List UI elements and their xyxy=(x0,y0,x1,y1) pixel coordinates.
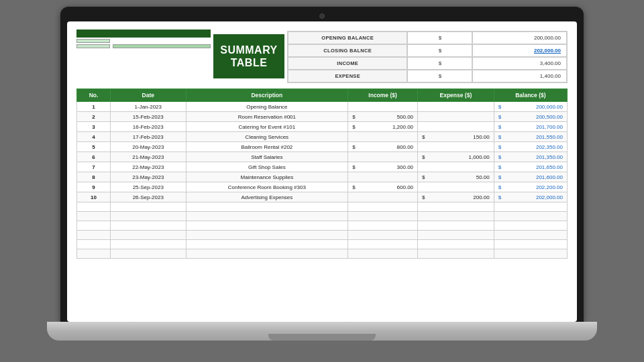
year-label xyxy=(76,44,110,48)
cell-income: $1,200.00 xyxy=(348,122,418,132)
stat-dollar-closing: $ xyxy=(407,44,472,57)
year-value xyxy=(113,44,211,48)
stat-value-expense: 1,400.00 xyxy=(472,70,567,82)
cell-balance: $200,000.00 xyxy=(494,102,567,112)
cell-balance: $202,200.00 xyxy=(494,182,567,192)
stat-value-income: 3,400.00 xyxy=(472,57,567,70)
cell-date: 25-Sep-2023 xyxy=(110,182,186,192)
laptop-wrapper: SUMMARYTABLE OPENING BALANCE $ 200,000.0… xyxy=(47,7,597,355)
empty-row xyxy=(77,221,568,231)
cell-date: 17-Feb-2023 xyxy=(110,132,186,142)
table-row: 417-Feb-2023Cleaning Services$150.00$201… xyxy=(77,132,568,142)
year-row xyxy=(76,44,211,48)
cell-expense: $150.00 xyxy=(418,132,494,142)
stat-dollar-income: $ xyxy=(407,57,472,70)
cell-income xyxy=(348,172,418,182)
cell-no: 7 xyxy=(77,162,111,172)
cell-income xyxy=(348,192,418,202)
cell-balance: $202,350.00 xyxy=(494,142,567,152)
cell-no: 9 xyxy=(77,182,111,192)
col-header-no: No. xyxy=(77,89,111,102)
cell-expense: $1,000.00 xyxy=(418,152,494,162)
cell-date: 20-May-2023 xyxy=(110,142,186,152)
cell-no: 6 xyxy=(77,152,111,162)
cell-income xyxy=(348,152,418,162)
cell-expense xyxy=(418,112,494,122)
cell-desc: Catering for Event #101 xyxy=(186,122,348,132)
table-row: 621-May-2023Staff Salaries$1,000.00$201,… xyxy=(77,152,568,162)
title-block xyxy=(76,29,211,83)
col-header-balance: Balance ($) xyxy=(494,89,567,102)
cell-desc: Opening Balance xyxy=(186,102,348,112)
empty-row xyxy=(77,240,568,249)
cell-desc: Cleaning Services xyxy=(186,132,348,142)
stat-value-closing: 202,000.00 xyxy=(472,44,567,57)
cell-no: 3 xyxy=(77,122,111,132)
stat-label-expense: EXPENSE xyxy=(288,70,407,82)
screen-content: SUMMARYTABLE OPENING BALANCE $ 200,000.0… xyxy=(67,21,577,322)
cell-date: 22-May-2023 xyxy=(110,162,186,172)
cell-desc: Conference Room Booking #303 xyxy=(186,182,348,192)
table-row: 215-Feb-2023Room Reservation #001$500.00… xyxy=(77,112,568,122)
empty-row xyxy=(77,212,568,221)
cell-date: 15-Feb-2023 xyxy=(110,112,186,122)
cell-desc: Maintenance Supplies xyxy=(186,172,348,182)
cell-balance: $202,000.00 xyxy=(494,192,567,202)
cell-balance: $201,350.00 xyxy=(494,152,567,162)
cell-balance: $200,500.00 xyxy=(494,112,567,122)
table-row: 823-May-2023Maintenance Supplies$50.00$2… xyxy=(77,172,568,182)
stat-dollar-opening: $ xyxy=(407,32,472,44)
cell-balance: $201,650.00 xyxy=(494,162,567,172)
main-table: No. Date Description Income ($) Expense … xyxy=(76,88,568,259)
header-section: SUMMARYTABLE OPENING BALANCE $ 200,000.0… xyxy=(76,29,568,83)
cell-income xyxy=(348,102,418,112)
col-header-expense: Expense ($) xyxy=(418,89,494,102)
cell-balance: $201,600.00 xyxy=(494,172,567,182)
period-year-block xyxy=(76,39,211,48)
cell-expense xyxy=(418,142,494,152)
stat-value-opening: 200,000.00 xyxy=(472,32,567,44)
cell-date: 21-May-2023 xyxy=(110,152,186,162)
cell-expense xyxy=(418,182,494,192)
summary-title: SUMMARYTABLE xyxy=(213,34,284,78)
empty-row xyxy=(77,202,568,212)
cell-balance: $201,700.00 xyxy=(494,122,567,132)
laptop-base xyxy=(47,322,597,341)
cell-no: 1 xyxy=(77,102,111,112)
cell-balance: $201,550.00 xyxy=(494,132,567,142)
cell-desc: Advertising Expenses xyxy=(186,192,348,202)
cell-income xyxy=(348,132,418,142)
table-row: 722-May-2023Gift Shop Sales$300.00$201,6… xyxy=(77,162,568,172)
stat-label-closing: CLOSING BALNCE xyxy=(288,44,407,57)
cell-no: 5 xyxy=(77,142,111,152)
period-row xyxy=(76,39,211,43)
cell-income: $500.00 xyxy=(348,112,418,122)
cell-income: $300.00 xyxy=(348,162,418,172)
table-row: 1026-Sep-2023Advertising Expenses$200.00… xyxy=(77,192,568,202)
empty-row xyxy=(77,249,568,259)
stat-label-income: INCOME xyxy=(288,57,407,70)
cell-no: 8 xyxy=(77,172,111,182)
empty-row xyxy=(77,231,568,240)
table-row: 316-Feb-2023Catering for Event #101$1,20… xyxy=(77,122,568,132)
cell-desc: Staff Salaries xyxy=(186,152,348,162)
period-label xyxy=(76,39,110,43)
cell-no: 2 xyxy=(77,112,111,122)
cell-date: 1-Jan-2023 xyxy=(110,102,186,112)
cell-expense: $200.00 xyxy=(418,192,494,202)
cell-desc: Room Reservation #001 xyxy=(186,112,348,122)
cell-no: 10 xyxy=(77,192,111,202)
summary-block: SUMMARYTABLE xyxy=(219,29,279,83)
cell-desc: Ballroom Rental #202 xyxy=(186,142,348,152)
cell-expense xyxy=(418,102,494,112)
cell-expense: $50.00 xyxy=(418,172,494,182)
col-header-income: Income ($) xyxy=(348,89,418,102)
cell-date: 26-Sep-2023 xyxy=(110,192,186,202)
table-row: 520-May-2023Ballroom Rental #202$800.00$… xyxy=(77,142,568,152)
table-row: 11-Jan-2023Opening Balance$200,000.00 xyxy=(77,102,568,112)
cell-date: 16-Feb-2023 xyxy=(110,122,186,132)
table-row: 925-Sep-2023Conference Room Booking #303… xyxy=(77,182,568,192)
summary-stats: OPENING BALANCE $ 200,000.00 CLOSING BAL… xyxy=(287,31,568,83)
cell-expense xyxy=(418,122,494,132)
cell-expense xyxy=(418,162,494,172)
